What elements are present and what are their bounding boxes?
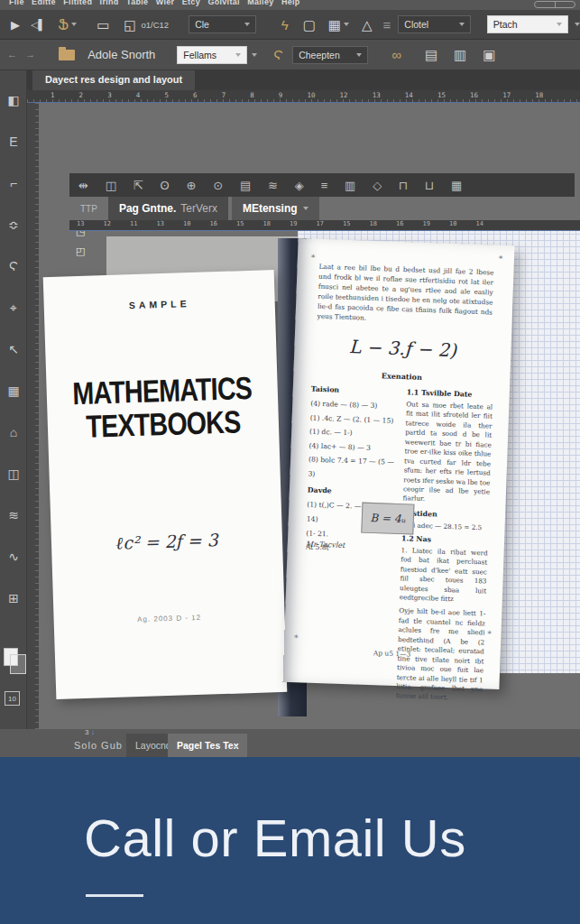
page-display-formula: L − 3.ƒ − 2) (294, 334, 511, 363)
audio-tool-icon[interactable]: ◁▌ (31, 20, 45, 30)
tab-metensing[interactable]: MEtensing (232, 197, 319, 220)
new-doc-icon[interactable]: ▢ (303, 18, 316, 32)
anchor-tool-caret-icon[interactable] (71, 23, 77, 26)
corner-star-icon: ∗ (486, 628, 492, 637)
bottom-tab-bar: 3 ↓ 11 17 Solo Gub Layocnd Pagel Tes Tex… (0, 729, 580, 757)
floating-toolbar-icons[interactable]: ⇹ ◫ ⇱ ʘ ⊕ ⊙ ▤ ≋ ◈ ≡ ▥ ◇ ⊓ ⊔ ▦ (69, 179, 464, 192)
pages-count-label: o1/C12 (142, 20, 170, 30)
chevron-down-icon (459, 23, 465, 26)
banner-title: Call or Email Us (84, 808, 466, 868)
pages-tool-icon[interactable]: ◱ (124, 18, 136, 32)
vertical-ruler (27, 103, 39, 729)
inner-horizontal-ruler: 13 12 11 13 10 16 15 18 19 17 15 18 16 1… (69, 220, 580, 231)
chapter-dropdown[interactable]: Cheepten (292, 46, 368, 64)
formula-caption: Mr Tacvlet (306, 540, 345, 550)
corner-star-icon: ∗ (498, 253, 503, 262)
tool-palette-icons[interactable]: ◧ Ε ⌐ ≎ Ϛ ⌖ ↖ ▦ ⌂ ◫ ≋ ∿ ⊞ (0, 79, 27, 619)
tab-ttp[interactable]: TTP (69, 197, 108, 220)
tool-palette: ◧ Ε ⌐ ≎ Ϛ ⌖ ↖ ▦ ⌂ ◫ ≋ ∿ ⊞ 10 (0, 70, 27, 729)
chevron-down-icon (557, 23, 562, 26)
play-tool-icon[interactable]: ▶ (11, 19, 20, 31)
floating-toolbar: ⇹ ◫ ⇱ ʘ ⊕ ⊙ ▤ ≋ ◈ ≡ ▥ ◇ ⊓ ⊔ ▦ (69, 173, 575, 197)
inner-ruler-numbers: 13 12 11 13 10 16 15 18 19 17 15 18 16 1… (77, 220, 483, 227)
building-caret-icon[interactable] (344, 23, 349, 26)
canvas[interactable]: ◳ ◰ ⇹ ◫ ⇱ ʘ ⊕ ⊙ ▤ ≋ ◈ ≡ ▥ ◇ ⊓ ⊔ ▦ TTP Pa… (27, 103, 580, 729)
styles-extra-caret-icon[interactable] (252, 53, 257, 57)
frame-tool-icon[interactable]: ▭ (97, 18, 109, 32)
horizontal-ruler: 1 2 3 4 5 6 7 8 9 10 12 13 14 15 16 17 1… (27, 90, 580, 103)
nav-arrows-icon[interactable]: ← → (7, 50, 35, 60)
menu-bar: File Editte Filtited Irind Table Wier Et… (0, 0, 580, 10)
inline-equation: (4) i adec — 28.15 = 2.5 (401, 521, 488, 531)
panel-notes-icon[interactable]: ▥ (454, 47, 466, 63)
page-intro-paragraph: Laat a ree bil lbe bu d bedset usd jill … (317, 263, 493, 328)
page-number-box[interactable]: 10 (5, 691, 20, 706)
contact-banner: Call or Email Us (0, 757, 580, 924)
body-paragraph: 1. Liatec ila ribat werd fod bat ikat pe… (400, 546, 488, 605)
chevron-down-icon (356, 53, 362, 57)
chevron-down-icon (303, 207, 308, 210)
corner-star-icon: ∗ (293, 632, 299, 641)
ptach-dropdown[interactable]: Ptach (487, 15, 568, 33)
shape-tool-icon[interactable]: △ (362, 18, 373, 32)
cover-title: MATHEMATICS TEXTBOOKS (67, 372, 258, 444)
cover-sample-label: SAMPLE (44, 295, 275, 313)
app-label: Adole Snorth (87, 48, 155, 61)
panel-tab-bar: TTP Pag Gntne. TerVerx MEtensing (69, 197, 575, 220)
menu-items[interactable]: File Editte Filtited Irind Table Wier Et… (9, 0, 300, 6)
extra-caret-icon[interactable] (575, 23, 580, 26)
folder-icon[interactable] (59, 50, 75, 60)
pen-tool-icon[interactable]: ϟ (281, 18, 289, 32)
corner-star-icon: ∗ (310, 251, 316, 260)
panel-insert-icon[interactable]: ▤ (425, 47, 437, 63)
chevron-down-icon (244, 23, 250, 26)
document-tab[interactable]: Dayect res design and layout (32, 70, 195, 90)
tab-solo-gub[interactable]: Solo Gub (65, 734, 132, 757)
window-controls[interactable] (534, 1, 575, 8)
styles-dropdown[interactable]: Fellams (177, 46, 247, 64)
cle-dropdown[interactable]: Cle (189, 15, 256, 33)
chevron-down-icon (235, 53, 241, 57)
building-grid-icon[interactable]: ▦ (328, 18, 341, 32)
lines-icon: ≡ (383, 18, 391, 32)
clotel-dropdown[interactable]: Clotel (398, 15, 470, 33)
boxed-formula: B = 4ᵤ (361, 503, 414, 535)
body-paragraph: Out sa moe rbet leate al fit mat ilit sf… (402, 400, 493, 506)
chain-icon[interactable]: ∞ (391, 48, 401, 61)
secondary-toolbar: ← → Adole Snorth Fellams Ϛ Cheepten ∞ ▤ … (0, 40, 580, 70)
primary-toolbar: ▶ ◁▌ Ֆ ▭ ◱ o1/C12 Cle ϟ ▢ ▦ △ ≡ Clotel P… (0, 10, 580, 40)
ruler-numbers: 1 2 3 4 5 6 7 8 9 10 12 13 14 15 16 17 1… (51, 91, 543, 99)
tab-page-outline[interactable]: Pag Gntne. TerVerx (108, 197, 228, 220)
pages-panel-icon[interactable] (4, 648, 18, 666)
book-cover-page[interactable]: SAMPLE MATHEMATICS TEXTBOOKS ℓc² = 2ƒ = … (43, 270, 288, 699)
cover-formula: ℓc² = 2ƒ = 3 (51, 528, 283, 556)
cover-footer: Ag. 2003 D - 12 (54, 611, 285, 626)
banner-underline (86, 894, 143, 897)
textbook-page[interactable]: ∗ ∗ ∗ ∗ Laat a ree bil lbe bu d bedset u… (282, 238, 514, 689)
equation-list-1: (4) rade — (8) — 3) (1) .4c. Z — (2. (1 … (308, 397, 397, 485)
tab-overflow-dash[interactable]: – (233, 740, 238, 751)
canvas-mini-icon-2[interactable]: ◰ (76, 245, 85, 257)
document-tab-bar: Dayect res design and layout (27, 70, 580, 90)
anchor-tool-icon[interactable]: Ֆ (58, 18, 69, 32)
panel-edit-icon[interactable]: ▣ (483, 47, 495, 63)
wand-icon[interactable]: Ϛ (273, 48, 283, 61)
